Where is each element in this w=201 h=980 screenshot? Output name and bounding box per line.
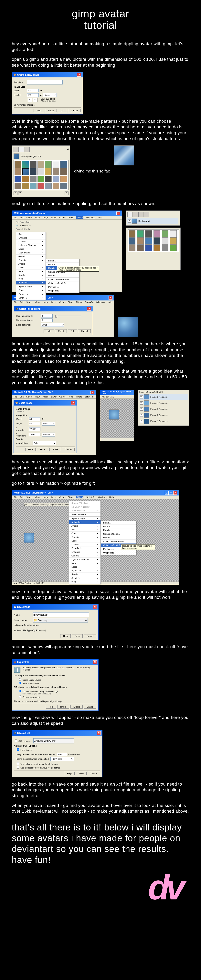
a-unopt[interactable]: Unoptimize — [101, 551, 136, 555]
menu-layer[interactable]: Layer — [51, 496, 57, 498]
anim-playback[interactable]: Playback... — [46, 285, 79, 289]
a-optdiff[interactable]: Optimize (Difference) — [101, 540, 136, 544]
pattern-swatch[interactable] — [37, 183, 44, 189]
reset-filters[interactable]: Reset all Filters — [69, 513, 100, 517]
menu-select[interactable]: Select — [26, 216, 32, 219]
visibility-icon[interactable]: 👁 — [140, 420, 143, 423]
edit-icon[interactable]: ✎ — [14, 191, 18, 195]
portrait-icon[interactable]: ▯ — [28, 98, 32, 102]
menu-file[interactable]: File — [14, 496, 17, 498]
a-rippling[interactable]: Rippling... — [101, 528, 136, 532]
pattern-swatch[interactable] — [60, 176, 67, 182]
disposal-select[interactable]: I don't care — [51, 757, 74, 761]
scale-button[interactable]: Scale — [49, 448, 61, 451]
help-button[interactable]: Help — [46, 705, 56, 708]
pattern-swatch[interactable] — [162, 230, 168, 237]
close-icon[interactable]: ✕ — [93, 605, 97, 609]
layer-name[interactable]: Frame 5 (replace) — [150, 396, 168, 398]
pattern-swatch[interactable] — [14, 183, 21, 189]
menu-select[interactable]: Select — [26, 396, 32, 398]
pattern-swatch[interactable] — [14, 176, 21, 182]
f-render[interactable]: Render — [69, 573, 100, 576]
save-button[interactable]: Save — [76, 772, 86, 775]
filter-combine[interactable]: Combine — [16, 258, 46, 262]
loop-checkbox[interactable]: Loop forever — [16, 749, 33, 751]
f-decor[interactable]: Decor — [69, 539, 100, 543]
maximize-icon[interactable]: □ — [169, 491, 173, 495]
menu-layer[interactable]: Layer — [51, 216, 57, 219]
animation-radio[interactable]: Save as Animation — [18, 682, 39, 685]
delete-icon[interactable]: ✕ — [65, 191, 69, 195]
landscape-icon[interactable]: ▭ — [33, 98, 37, 102]
pattern-swatch[interactable] — [53, 183, 59, 189]
menu-scriptfu[interactable]: Script-Fu — [85, 301, 93, 304]
anim-burn[interactable]: Burn-In... — [46, 262, 79, 266]
slider-handle[interactable] — [55, 315, 57, 318]
layer-name[interactable]: Frame 1 (replace) — [150, 420, 168, 422]
frames-input[interactable] — [41, 318, 53, 322]
refresh-icon[interactable]: ⟳ — [18, 191, 22, 195]
menu-layer[interactable]: Layer — [51, 301, 57, 304]
pattern-swatch[interactable] — [170, 237, 177, 244]
menu-select[interactable]: Select — [26, 301, 32, 304]
pattern-swatch[interactable] — [53, 176, 59, 182]
menu-file[interactable]: File — [14, 301, 17, 304]
edge-select[interactable]: Wrap — [41, 323, 64, 327]
res-unit-select[interactable]: pixels/in — [41, 433, 55, 436]
pattern-swatch[interactable] — [30, 183, 37, 189]
visibility-icon[interactable]: 👁 — [128, 220, 131, 223]
help-button[interactable]: Help — [43, 329, 54, 333]
close-icon[interactable]: ✕ — [173, 491, 177, 495]
f-light[interactable]: Light and Shadow — [69, 558, 100, 562]
menu-edit[interactable]: Edit — [106, 396, 109, 398]
menu-edit[interactable]: Edit — [20, 216, 24, 219]
close-icon[interactable]: ✕ — [93, 660, 97, 664]
filter-edge[interactable]: Edge-Detect — [16, 251, 46, 255]
filter-python[interactable]: Python-Fu — [16, 292, 46, 296]
menu-image[interactable]: Image — [42, 301, 48, 304]
filter-distorts[interactable]: Distorts — [16, 240, 46, 243]
width-input[interactable] — [27, 89, 39, 92]
visibility-icon[interactable]: 👁 — [140, 414, 143, 417]
a-blend[interactable]: Blend... — [101, 521, 136, 525]
f-map[interactable]: Map — [69, 562, 100, 565]
pattern-swatch[interactable] — [153, 237, 160, 244]
unit-select[interactable]: pixels — [43, 93, 57, 97]
a-burn[interactable]: Burn-In... — [101, 525, 136, 528]
scale-height-input[interactable] — [29, 422, 40, 425]
pattern-swatch[interactable] — [45, 168, 52, 175]
help-button[interactable]: Help — [60, 634, 71, 638]
pattern-swatch[interactable] — [60, 168, 67, 175]
filter-map[interactable]: Map — [16, 269, 46, 273]
close-icon[interactable]: ✕ — [71, 401, 75, 405]
pattern-swatch[interactable] — [129, 230, 136, 237]
filter-light[interactable]: Light and Shadow — [16, 243, 46, 247]
link-icon[interactable]: ⛓ — [41, 417, 45, 421]
a-waves[interactable]: Waves... — [101, 536, 136, 539]
pattern-swatch[interactable] — [60, 183, 67, 189]
menu-help[interactable]: Help — [108, 301, 112, 304]
filter-web[interactable]: Web — [16, 277, 46, 281]
anim-blend[interactable]: Blend... — [46, 259, 79, 262]
pattern-swatch[interactable] — [30, 176, 37, 182]
close-icon[interactable]: ✕ — [87, 307, 91, 311]
menu-tools[interactable]: Tools — [68, 396, 73, 398]
menu-edit[interactable]: Edit — [20, 396, 24, 398]
tab-gradients[interactable] — [24, 147, 30, 152]
menu-view[interactable]: View — [35, 301, 40, 304]
use-disposal-check[interactable]: Use disposal entered above for all frame… — [16, 767, 60, 769]
pattern-swatch[interactable] — [22, 161, 29, 168]
advanced-options[interactable]: Advanced Options — [17, 104, 35, 106]
menu-scriptfu[interactable]: Script-Fu — [85, 396, 93, 398]
close-icon[interactable]: ✕ — [77, 73, 81, 76]
pattern-swatch[interactable] — [14, 168, 21, 175]
pattern-swatch[interactable] — [37, 176, 44, 182]
pattern-swatch-selected[interactable] — [22, 168, 29, 175]
pattern-swatch[interactable] — [22, 183, 29, 189]
tab-menu-icon[interactable]: ◂ — [67, 147, 69, 152]
menu-colors[interactable]: Colors — [59, 301, 65, 304]
layer-name[interactable]: Frame 4 (replace) — [150, 402, 168, 404]
pattern-swatch[interactable] — [162, 237, 168, 244]
pattern-swatch[interactable] — [45, 176, 52, 182]
scale-width-input[interactable] — [29, 417, 40, 421]
